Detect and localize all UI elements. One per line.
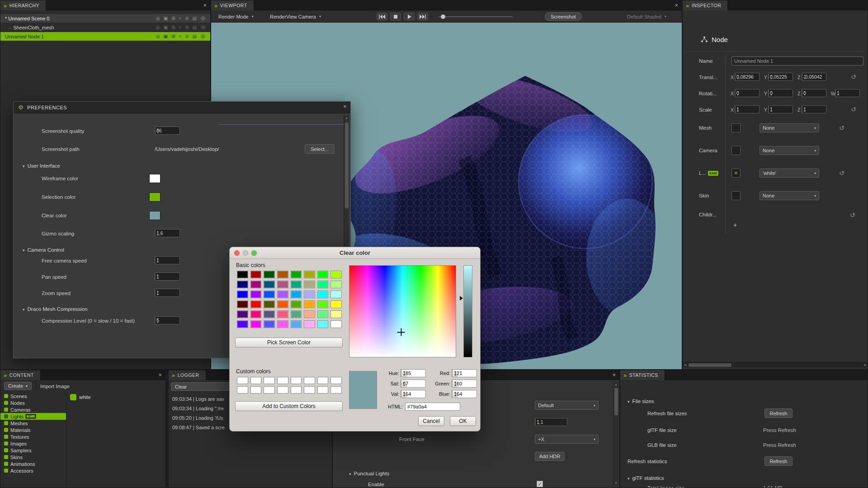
copy-icon[interactable]: ▤: [193, 25, 197, 30]
scene-tree-row[interactable]: Unnamed Node 1◎▣⊞≈⊘▤: [0, 32, 210, 41]
hue-spinbox[interactable]: 185▴▾: [401, 369, 426, 377]
camera-checkbox[interactable]: [731, 146, 741, 155]
value-slider[interactable]: [463, 265, 472, 357]
link-icon[interactable]: ≈: [179, 25, 182, 30]
eye-icon[interactable]: [200, 25, 206, 29]
add-child-button[interactable]: +: [733, 221, 737, 229]
category-animations[interactable]: Animations: [0, 460, 66, 467]
environment-scrollbar[interactable]: ▴ ▾: [613, 382, 618, 486]
value-slider-handle[interactable]: [460, 296, 465, 300]
scale-y-spinbox[interactable]: 1▴▾: [768, 105, 793, 113]
copy-icon[interactable]: ▤: [193, 34, 197, 39]
basic-color-swatch[interactable]: [304, 300, 315, 308]
reset-mesh-icon[interactable]: ↺: [839, 125, 844, 131]
basic-color-swatch[interactable]: [330, 300, 342, 308]
basic-color-swatch[interactable]: [330, 310, 342, 318]
mesh-icon[interactable]: ⊞: [171, 25, 175, 30]
blue-spinbox[interactable]: 164▴▾: [452, 390, 477, 398]
gizmo-scaling-spinbox[interactable]: 1,6▴▾: [155, 229, 180, 237]
timeline-slider[interactable]: [438, 16, 513, 17]
category-lights[interactable]: LightsKHR: [0, 413, 66, 420]
basic-color-swatch[interactable]: [304, 310, 315, 318]
basic-color-swatch[interactable]: [277, 300, 288, 308]
skin-icon[interactable]: ⊘: [185, 25, 189, 30]
file-sizes-section[interactable]: ▾File sizes: [627, 399, 654, 404]
mesh-icon[interactable]: ⊞: [171, 34, 175, 39]
basic-color-swatch[interactable]: [277, 271, 288, 278]
basic-color-swatch[interactable]: [304, 271, 315, 278]
basic-color-swatch[interactable]: [291, 281, 302, 288]
camera-icon[interactable]: ▣: [164, 16, 168, 21]
scale-z-spinbox[interactable]: 1▴▾: [802, 105, 826, 113]
category-textures[interactable]: Textures: [0, 433, 66, 440]
light-checkbox[interactable]: ☀: [731, 169, 741, 178]
mesh-dropdown[interactable]: None ▾: [760, 123, 819, 132]
environment-intensity-spinbox[interactable]: 1,1▴▾: [535, 418, 567, 426]
html-color-field[interactable]: [405, 403, 460, 411]
gltf-statistics-section[interactable]: ▾glTF statistics: [627, 475, 664, 481]
basic-color-swatch[interactable]: [237, 310, 248, 318]
clear-color-swatch[interactable]: [149, 211, 160, 220]
environment-default-dropdown[interactable]: Default ▾: [535, 401, 599, 410]
tab-viewport[interactable]: » VIEWPORT: [211, 0, 254, 10]
basic-color-swatch[interactable]: [304, 281, 315, 288]
camera-icon[interactable]: ▣: [164, 25, 168, 30]
val-spinbox[interactable]: 164▴▾: [401, 390, 426, 398]
sat-spinbox[interactable]: 67▴▾: [401, 380, 426, 388]
preferences-close-icon[interactable]: ×: [343, 103, 347, 110]
tab-statistics[interactable]: » STATISTICS: [620, 370, 665, 380]
basic-color-swatch[interactable]: [237, 320, 248, 328]
basic-color-swatch[interactable]: [330, 320, 342, 328]
basic-color-swatch[interactable]: [277, 310, 288, 318]
custom-color-swatch[interactable]: [264, 386, 275, 394]
pin-icon[interactable]: ◎: [156, 34, 160, 39]
rotation-w-spinbox[interactable]: 1▴▾: [835, 89, 860, 97]
play-button[interactable]: [404, 13, 415, 20]
tab-content[interactable]: » CONTENT: [0, 370, 41, 380]
eye-icon[interactable]: [200, 34, 206, 38]
scroll-down-icon[interactable]: ▾: [613, 481, 618, 485]
rotation-z-spinbox[interactable]: 0▴▾: [802, 89, 826, 97]
shading-mode-dropdown[interactable]: Default Shaded ▾: [627, 10, 666, 23]
red-spinbox[interactable]: 121▴▾: [452, 369, 477, 377]
rotation-y-spinbox[interactable]: 0▴▾: [768, 89, 793, 97]
inspector-horizontal-scrollbar[interactable]: ◂ ▸: [683, 362, 868, 367]
scrollbar-thumb[interactable]: [689, 363, 731, 367]
reset-children-icon[interactable]: ↺: [850, 212, 855, 218]
category-cameras[interactable]: Cameras: [0, 406, 66, 413]
scene-tree-row[interactable]: * Unnamed Scene 0◎▣⊞≈⊘▤: [0, 14, 210, 23]
zoom-speed-spinbox[interactable]: 1▴▾: [155, 289, 180, 297]
rotation-x-spinbox[interactable]: 0▴▾: [735, 89, 760, 97]
basic-color-swatch[interactable]: [250, 310, 262, 318]
environment-close-icon[interactable]: ×: [612, 371, 616, 379]
color-crosshair[interactable]: [397, 328, 405, 336]
reset-light-icon[interactable]: ↺: [839, 170, 844, 176]
stop-button[interactable]: [390, 13, 401, 20]
scrollbar-thumb[interactable]: [345, 122, 349, 208]
scale-x-spinbox[interactable]: 1▴▾: [735, 105, 760, 113]
category-accessors[interactable]: Accessors: [0, 467, 66, 474]
scroll-up-icon[interactable]: ▴: [613, 383, 618, 386]
scrollbar-thumb[interactable]: [614, 388, 618, 415]
basic-color-swatch[interactable]: [237, 300, 248, 308]
basic-color-swatch[interactable]: [291, 300, 302, 308]
basic-color-swatch[interactable]: [291, 271, 302, 278]
dialog-titlebar[interactable]: Clear color: [230, 247, 480, 259]
wireframe-color-swatch[interactable]: [149, 174, 160, 183]
timeline-slider-knob[interactable]: [441, 14, 445, 19]
hue-saturation-picker[interactable]: [349, 265, 456, 357]
scroll-up-icon[interactable]: ▴: [344, 116, 349, 120]
basic-color-swatch[interactable]: [250, 291, 262, 298]
translation-z-spinbox[interactable]: -0,05042▴▾: [802, 73, 826, 81]
basic-color-swatch[interactable]: [304, 291, 315, 298]
preferences-titlebar[interactable]: ⚙ PREFERENCES ×: [14, 102, 350, 113]
custom-color-swatch[interactable]: [304, 377, 315, 384]
pick-screen-color-button[interactable]: Pick Screen Color: [235, 338, 343, 347]
basic-color-swatch[interactable]: [264, 291, 275, 298]
pin-icon[interactable]: ◎: [156, 25, 160, 30]
refresh-file-sizes-button[interactable]: Refresh: [764, 408, 793, 418]
link-icon[interactable]: ≈: [179, 34, 182, 39]
add-hdr-button[interactable]: Add HDR: [535, 452, 565, 461]
basic-color-swatch[interactable]: [330, 291, 342, 298]
skin-icon[interactable]: ⊘: [185, 34, 189, 39]
